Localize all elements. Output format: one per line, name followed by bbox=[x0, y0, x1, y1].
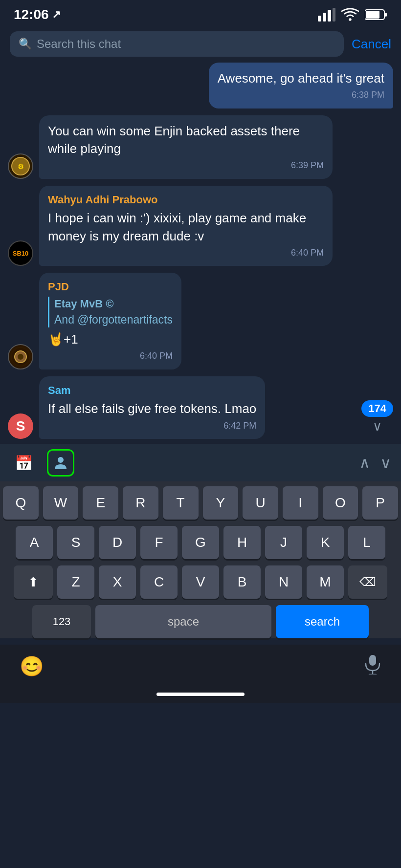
svg-rect-1 bbox=[323, 13, 326, 22]
message-row: S Sam If all else fails give free tokens… bbox=[8, 376, 393, 439]
keyboard: Q W E R T Y U I O P A S D F G H J K L ⬆ … bbox=[0, 481, 401, 638]
location-icon: ↗ bbox=[52, 8, 61, 21]
quoted-message: Etay MvB © And @forgottenartifacts bbox=[48, 297, 173, 327]
sender-name: Sam bbox=[48, 383, 256, 398]
key-u[interactable]: U bbox=[243, 486, 278, 520]
key-a[interactable]: A bbox=[16, 526, 53, 559]
message-time: 6:38 PM bbox=[218, 89, 384, 101]
message-text: If all else fails give free tokens. Lmao bbox=[48, 401, 256, 416]
key-w[interactable]: W bbox=[43, 486, 79, 520]
svg-rect-0 bbox=[318, 16, 321, 22]
key-y[interactable]: Y bbox=[203, 486, 239, 520]
numbers-key[interactable]: 123 bbox=[32, 605, 91, 638]
key-j[interactable]: J bbox=[265, 526, 302, 559]
message-bubble: Sam If all else fails give free tokens. … bbox=[39, 376, 265, 439]
search-input[interactable] bbox=[37, 37, 335, 51]
message-text: Awesome, go ahead it's great bbox=[218, 71, 384, 86]
svg-point-13 bbox=[58, 457, 64, 463]
key-f[interactable]: F bbox=[140, 526, 178, 559]
nav-down-arrow[interactable]: ∨ bbox=[380, 454, 391, 472]
key-z[interactable]: Z bbox=[57, 565, 94, 599]
message-bubble: Wahyu Adhi Prabowo I hope i can win :') … bbox=[39, 186, 333, 266]
svg-point-12 bbox=[18, 354, 23, 360]
key-p[interactable]: P bbox=[362, 486, 398, 520]
nav-up-arrow[interactable]: ∧ bbox=[359, 454, 370, 472]
cancel-button[interactable]: Cancel bbox=[352, 37, 391, 52]
delete-key[interactable]: ⌫ bbox=[348, 565, 387, 599]
message-text: I hope i can win :') xixixi, play game a… bbox=[48, 211, 306, 243]
search-key[interactable]: search bbox=[276, 605, 369, 638]
message-time: 6:40 PM bbox=[48, 247, 324, 259]
emoji-icon[interactable]: 😊 bbox=[20, 655, 44, 678]
message-time: 6:42 PM bbox=[48, 420, 256, 432]
microphone-icon[interactable] bbox=[364, 654, 381, 679]
message-bubble: PJD Etay MvB © And @forgottenartifacts 🤘… bbox=[39, 273, 181, 369]
bottom-bar: 😊 bbox=[0, 645, 401, 689]
message-text: You can win some Enjin backed assets the… bbox=[48, 124, 300, 156]
battery-icon bbox=[365, 9, 387, 21]
key-i[interactable]: I bbox=[283, 486, 318, 520]
space-key[interactable]: space bbox=[95, 605, 271, 638]
key-r[interactable]: R bbox=[123, 486, 158, 520]
key-d[interactable]: D bbox=[99, 526, 136, 559]
chat-area: Awesome, go ahead it's great 6:38 PM ⚙ Y… bbox=[0, 63, 401, 444]
search-icon: 🔍 bbox=[19, 38, 32, 50]
key-h[interactable]: H bbox=[223, 526, 261, 559]
message-text: 🤘+1 bbox=[48, 332, 78, 347]
svg-text:⚙: ⚙ bbox=[18, 163, 24, 171]
scroll-down-icon[interactable]: ∨ bbox=[361, 419, 393, 434]
keyboard-row-4: 123 space search bbox=[3, 605, 398, 638]
time-display: 12:06 bbox=[14, 7, 49, 22]
key-l[interactable]: L bbox=[348, 526, 385, 559]
key-o[interactable]: O bbox=[323, 486, 358, 520]
key-c[interactable]: C bbox=[140, 565, 178, 599]
message-row: SB10 Wahyu Adhi Prabowo I hope i can win… bbox=[8, 186, 393, 266]
message-time: 6:39 PM bbox=[48, 159, 324, 172]
search-input-wrap[interactable]: 🔍 bbox=[10, 31, 344, 57]
toolbar-nav: ∧ ∨ bbox=[359, 454, 391, 472]
key-s[interactable]: S bbox=[57, 526, 94, 559]
signal-icon bbox=[318, 8, 335, 22]
keyboard-row-2: A S D F G H J K L bbox=[3, 526, 398, 559]
quoted-sender: Etay MvB © bbox=[54, 297, 173, 312]
key-k[interactable]: K bbox=[307, 526, 344, 559]
notification-badge: 174 bbox=[361, 400, 393, 417]
keyboard-row-3: ⬆ Z X C V B N M ⌫ bbox=[3, 565, 398, 599]
svg-rect-14 bbox=[369, 655, 376, 666]
toolbar-row: 📅 ∧ ∨ bbox=[0, 444, 401, 481]
message-time: 6:40 PM bbox=[48, 350, 173, 362]
svg-rect-7 bbox=[366, 11, 379, 19]
notification-badge-wrap[interactable]: 174 ∨ bbox=[361, 400, 393, 434]
person-icon[interactable] bbox=[47, 449, 74, 477]
svg-point-4 bbox=[349, 18, 351, 21]
shift-key[interactable]: ⬆ bbox=[14, 565, 53, 599]
avatar bbox=[8, 344, 33, 369]
key-m[interactable]: M bbox=[307, 565, 344, 599]
avatar: ⚙ bbox=[8, 153, 33, 179]
svg-rect-2 bbox=[328, 10, 331, 22]
avatar: S bbox=[8, 413, 33, 439]
key-t[interactable]: T bbox=[163, 486, 199, 520]
key-e[interactable]: E bbox=[83, 486, 118, 520]
sender-name: Wahyu Adhi Prabowo bbox=[48, 193, 324, 208]
message-row: Awesome, go ahead it's great 6:38 PM bbox=[8, 63, 393, 108]
key-b[interactable]: B bbox=[223, 565, 261, 599]
message-bubble: Awesome, go ahead it's great 6:38 PM bbox=[209, 63, 393, 108]
message-row: PJD Etay MvB © And @forgottenartifacts 🤘… bbox=[8, 273, 393, 369]
search-bar-row: 🔍 Cancel bbox=[0, 27, 401, 63]
message-row: ⚙ You can win some Enjin backed assets t… bbox=[8, 115, 393, 179]
wifi-icon bbox=[341, 8, 359, 22]
person-svg bbox=[52, 455, 69, 471]
home-bar-row bbox=[0, 689, 401, 703]
avatar: SB10 bbox=[8, 240, 33, 266]
status-icons bbox=[318, 8, 387, 22]
svg-rect-6 bbox=[385, 13, 387, 17]
keyboard-row-1: Q W E R T Y U I O P bbox=[3, 486, 398, 520]
key-n[interactable]: N bbox=[265, 565, 302, 599]
mic-svg bbox=[364, 654, 381, 674]
key-q[interactable]: Q bbox=[3, 486, 39, 520]
key-x[interactable]: X bbox=[99, 565, 136, 599]
calendar-icon[interactable]: 📅 bbox=[10, 449, 37, 477]
key-v[interactable]: V bbox=[182, 565, 219, 599]
key-g[interactable]: G bbox=[182, 526, 219, 559]
